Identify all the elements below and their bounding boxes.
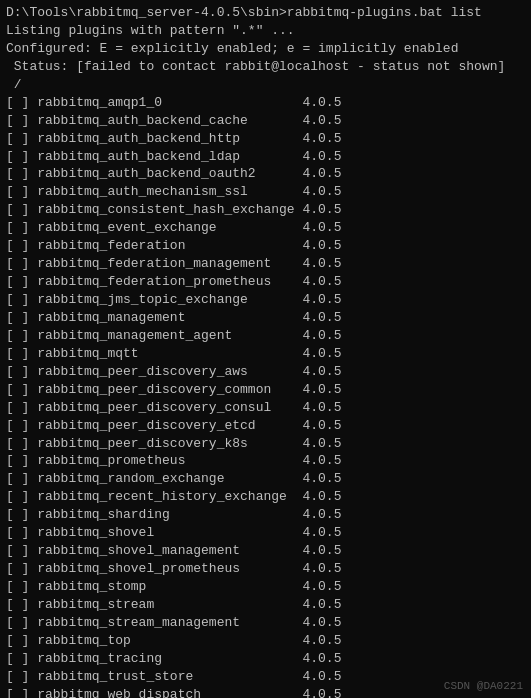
terminal-line: [ ] rabbitmq_consistent_hash_exchange 4.…: [6, 201, 525, 219]
terminal-line: [ ] rabbitmq_peer_discovery_common 4.0.5: [6, 381, 525, 399]
terminal-line: [ ] rabbitmq_auth_backend_http 4.0.5: [6, 130, 525, 148]
terminal-line: D:\Tools\rabbitmq_server-4.0.5\sbin>rabb…: [6, 4, 525, 22]
terminal-line: [ ] rabbitmq_amqp1_0 4.0.5: [6, 94, 525, 112]
terminal-line: [ ] rabbitmq_top 4.0.5: [6, 632, 525, 650]
terminal-line: Configured: E = explicitly enabled; e = …: [6, 40, 525, 58]
terminal-line: [ ] rabbitmq_federation_management 4.0.5: [6, 255, 525, 273]
terminal-line: [ ] rabbitmq_peer_discovery_aws 4.0.5: [6, 363, 525, 381]
terminal-line: [ ] rabbitmq_peer_discovery_consul 4.0.5: [6, 399, 525, 417]
terminal-line: [ ] rabbitmq_federation_prometheus 4.0.5: [6, 273, 525, 291]
terminal-line: [ ] rabbitmq_mqtt 4.0.5: [6, 345, 525, 363]
terminal-line: [ ] rabbitmq_stream_management 4.0.5: [6, 614, 525, 632]
terminal-output: D:\Tools\rabbitmq_server-4.0.5\sbin>rabb…: [6, 4, 525, 698]
terminal-line: [ ] rabbitmq_sharding 4.0.5: [6, 506, 525, 524]
terminal-line: [ ] rabbitmq_auth_backend_cache 4.0.5: [6, 112, 525, 130]
terminal-line: [ ] rabbitmq_prometheus 4.0.5: [6, 452, 525, 470]
terminal-line: [ ] rabbitmq_event_exchange 4.0.5: [6, 219, 525, 237]
terminal-line: [ ] rabbitmq_stomp 4.0.5: [6, 578, 525, 596]
terminal-window: D:\Tools\rabbitmq_server-4.0.5\sbin>rabb…: [0, 0, 531, 698]
terminal-line: [ ] rabbitmq_peer_discovery_etcd 4.0.5: [6, 417, 525, 435]
terminal-line: [ ] rabbitmq_management 4.0.5: [6, 309, 525, 327]
terminal-line: [ ] rabbitmq_peer_discovery_k8s 4.0.5: [6, 435, 525, 453]
terminal-line: [ ] rabbitmq_tracing 4.0.5: [6, 650, 525, 668]
terminal-line: Status: [failed to contact rabbit@localh…: [6, 58, 525, 76]
terminal-line: [ ] rabbitmq_shovel_management 4.0.5: [6, 542, 525, 560]
terminal-line: [ ] rabbitmq_federation 4.0.5: [6, 237, 525, 255]
terminal-line: [ ] rabbitmq_auth_backend_ldap 4.0.5: [6, 148, 525, 166]
terminal-line: [ ] rabbitmq_shovel 4.0.5: [6, 524, 525, 542]
terminal-line: /: [6, 76, 525, 94]
terminal-line: Listing plugins with pattern ".*" ...: [6, 22, 525, 40]
terminal-line: [ ] rabbitmq_auth_backend_oauth2 4.0.5: [6, 165, 525, 183]
terminal-line: [ ] rabbitmq_auth_mechanism_ssl 4.0.5: [6, 183, 525, 201]
terminal-line: [ ] rabbitmq_random_exchange 4.0.5: [6, 470, 525, 488]
watermark: CSDN @DA0221: [444, 680, 523, 692]
terminal-line: [ ] rabbitmq_shovel_prometheus 4.0.5: [6, 560, 525, 578]
terminal-line: [ ] rabbitmq_jms_topic_exchange 4.0.5: [6, 291, 525, 309]
terminal-line: [ ] rabbitmq_recent_history_exchange 4.0…: [6, 488, 525, 506]
terminal-line: [ ] rabbitmq_stream 4.0.5: [6, 596, 525, 614]
terminal-line: [ ] rabbitmq_management_agent 4.0.5: [6, 327, 525, 345]
